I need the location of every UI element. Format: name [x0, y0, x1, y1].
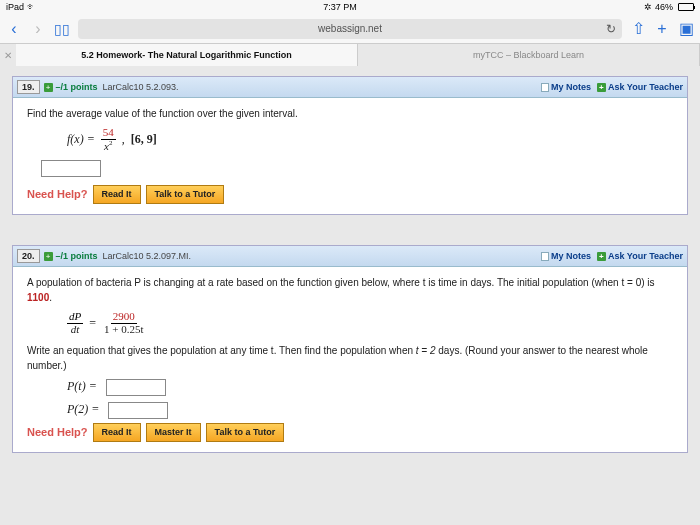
frac-num: 2900: [111, 311, 137, 324]
need-help-row: Need Help? Read It Master It Talk to a T…: [27, 423, 673, 443]
expand-icon[interactable]: +: [44, 83, 53, 92]
question-prompt: A population of bacteria P is changing a…: [27, 275, 673, 305]
my-notes-label: My Notes: [551, 82, 591, 92]
fx-label: f(x) =: [67, 130, 95, 148]
question-prompt-2: Write an equation that gives the populat…: [27, 343, 673, 373]
dt: dt: [69, 324, 82, 336]
need-help-label: Need Help?: [27, 424, 88, 441]
ask-teacher-button[interactable]: +Ask Your Teacher: [597, 82, 683, 92]
tab-active-label: 5.2 Homework- The Natural Logarithmic Fu…: [81, 50, 292, 60]
wifi-icon: ᯤ: [27, 2, 36, 12]
prompt-text-1: A population of bacteria P is changing a…: [27, 277, 655, 288]
back-button[interactable]: ‹: [6, 20, 22, 38]
question-points: –/1 points: [56, 82, 98, 92]
question-number: 19.: [17, 80, 40, 94]
ask-teacher-label: Ask Your Teacher: [608, 82, 683, 92]
page-content: 19. + –/1 points LarCalc10 5.2.093. My N…: [0, 66, 700, 453]
battery-icon: [676, 3, 694, 11]
read-it-button[interactable]: Read It: [93, 185, 141, 205]
question-points: –/1 points: [56, 251, 98, 261]
reload-icon[interactable]: ↻: [606, 22, 616, 36]
read-it-button[interactable]: Read It: [93, 423, 141, 443]
answer-input-pt[interactable]: [106, 379, 166, 396]
interval: [6, 9]: [131, 130, 157, 148]
status-bar: iPad ᯤ 7:37 PM ✲ 46%: [0, 0, 700, 14]
question-header: 20. + –/1 points LarCalc10 5.2.097.MI. M…: [13, 246, 687, 267]
battery-pct: 46%: [655, 2, 673, 12]
plus-icon: +: [597, 252, 606, 261]
question-formula: dPdt = 29001 + 0.25t: [67, 311, 673, 335]
tab-other-label: myTCC – Blackboard Learn: [473, 50, 584, 60]
ask-teacher-button[interactable]: +Ask Your Teacher: [597, 251, 683, 261]
Pt-label: P(t) =: [67, 379, 97, 393]
comma: ,: [122, 130, 125, 148]
note-icon: [541, 83, 549, 92]
note-icon: [541, 252, 549, 261]
frac-den: 1 + 0.25t: [102, 324, 146, 336]
my-notes-button[interactable]: My Notes: [541, 251, 591, 261]
P2-label: P(2) =: [67, 402, 99, 416]
pt-row: P(t) =: [67, 377, 673, 396]
ask-teacher-label: Ask Your Teacher: [608, 251, 683, 261]
need-help-row: Need Help? Read It Talk to a Tutor: [27, 185, 673, 205]
plus-icon: +: [597, 83, 606, 92]
new-tab-icon[interactable]: +: [654, 20, 670, 38]
question-number: 20.: [17, 249, 40, 263]
my-notes-button[interactable]: My Notes: [541, 82, 591, 92]
question-20: 20. + –/1 points LarCalc10 5.2.097.MI. M…: [12, 245, 688, 453]
forward-button[interactable]: ›: [30, 20, 46, 38]
question-header: 19. + –/1 points LarCalc10 5.2.093. My N…: [13, 77, 687, 98]
question-19: 19. + –/1 points LarCalc10 5.2.093. My N…: [12, 76, 688, 215]
question-ref: LarCalc10 5.2.097.MI.: [103, 251, 192, 261]
dot: .: [49, 292, 52, 303]
expand-icon[interactable]: +: [44, 252, 53, 261]
share-icon[interactable]: ⇧: [630, 19, 646, 38]
p2-row: P(2) =: [67, 400, 673, 419]
talk-tutor-button[interactable]: Talk to a Tutor: [146, 185, 225, 205]
my-notes-label: My Notes: [551, 251, 591, 261]
master-it-button[interactable]: Master It: [146, 423, 201, 443]
need-help-label: Need Help?: [27, 186, 88, 203]
question-ref: LarCalc10 5.2.093.: [103, 82, 179, 92]
tab-bar: ✕ 5.2 Homework- The Natural Logarithmic …: [0, 44, 700, 66]
url-text: webassign.net: [318, 23, 382, 34]
browser-nav-bar: ‹ › ▯▯ webassign.net ↻ ⇧ + ▣: [0, 14, 700, 44]
bookmarks-icon[interactable]: ▯▯: [54, 21, 70, 37]
prompt-text-2a: Write an equation that gives the populat…: [27, 345, 416, 356]
close-tab-icon[interactable]: ✕: [0, 50, 16, 61]
equals: =: [89, 314, 96, 332]
initial-pop: 1100: [27, 292, 49, 303]
url-bar[interactable]: webassign.net ↻: [78, 19, 622, 39]
question-prompt: Find the average value of the function o…: [27, 106, 673, 121]
t-value: t = 2: [416, 345, 436, 356]
dP: dP: [67, 311, 83, 324]
question-formula: f(x) = 54x2 , [6, 9]: [67, 127, 673, 152]
tab-active[interactable]: 5.2 Homework- The Natural Logarithmic Fu…: [16, 44, 358, 66]
answer-input-p2[interactable]: [108, 402, 168, 419]
bluetooth-icon: ✲: [644, 2, 652, 12]
tabs-icon[interactable]: ▣: [678, 19, 694, 38]
device-name: iPad: [6, 2, 24, 12]
talk-tutor-button[interactable]: Talk to a Tutor: [206, 423, 285, 443]
answer-input[interactable]: [41, 160, 101, 177]
status-time: 7:37 PM: [323, 2, 357, 12]
tab-other[interactable]: myTCC – Blackboard Learn: [358, 44, 700, 66]
